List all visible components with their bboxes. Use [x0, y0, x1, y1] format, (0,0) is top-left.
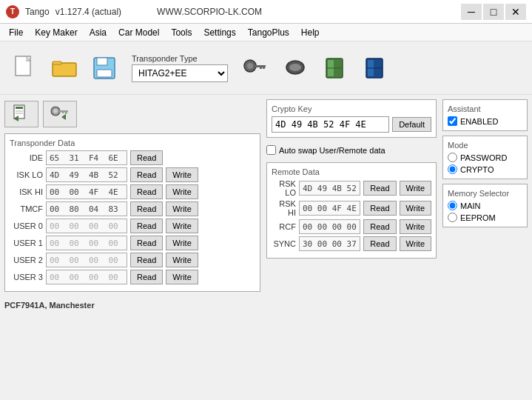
auto-swap-checkbox[interactable] [266, 145, 276, 155]
user0-read-button[interactable]: Read [130, 219, 163, 233]
rsklo-write-button[interactable]: Write [400, 181, 431, 196]
table-row: IDE 65 31 F4 6E Read [10, 150, 255, 165]
table-row: ISK LO 4D 49 4B 52 Read Write [10, 167, 255, 182]
mode-section: Mode PASSWORD CRYPTO [442, 136, 528, 179]
sync-read-button[interactable]: Read [363, 236, 396, 251]
tmcf-label: TMCF [10, 204, 43, 213]
memory-eeprom-radio[interactable] [448, 213, 457, 222]
svg-rect-20 [16, 107, 23, 109]
menu-tangoplus[interactable]: TangoPlus [242, 26, 295, 39]
tmcf-value: 00 80 04 83 [46, 201, 127, 216]
mode-password-radio[interactable] [448, 153, 457, 162]
menu-carmodel[interactable]: Car Model [112, 26, 165, 39]
transponder-type-select[interactable]: HITAG2+EE HITAG2 T5577 [132, 64, 228, 82]
rcf-write-button[interactable]: Write [400, 219, 431, 234]
left-panel: Transponder Data IDE 65 31 F4 6E Read IS… [4, 99, 260, 396]
menu-settings[interactable]: Settings [198, 26, 241, 39]
key1-button[interactable] [237, 50, 274, 87]
user1-write-button[interactable]: Write [166, 236, 198, 250]
new-file-button[interactable] [6, 50, 43, 87]
iskhi-read-button[interactable]: Read [130, 184, 163, 199]
sync-label: SYNC [272, 239, 296, 248]
ide-label: IDE [10, 153, 43, 162]
user3-label: USER 3 [10, 273, 43, 281]
rcf-read-button[interactable]: Read [363, 219, 396, 234]
table-row: USER 1 00 00 00 00 Read Write [10, 236, 255, 250]
isklo-read-button[interactable]: Read [130, 167, 163, 182]
maximize-button[interactable]: □ [483, 4, 504, 20]
isklo-label: ISK LO [10, 170, 43, 179]
menu-help[interactable]: Help [295, 26, 326, 39]
default-button[interactable]: Default [392, 117, 431, 132]
remote-data-section: Remote Data RSK LO 4D 49 4B 52 Read Writ… [266, 162, 437, 259]
user1-read-button[interactable]: Read [130, 236, 163, 250]
user1-label: USER 1 [10, 239, 43, 247]
transponder-data-section: Transponder Data IDE 65 31 F4 6E Read IS… [4, 133, 260, 292]
app-logo: T [6, 5, 19, 19]
table-row: RSK LO 4D 49 4B 52 Read Write [272, 179, 431, 197]
user2-read-button[interactable]: Read [130, 253, 163, 267]
mode-crypto-radio[interactable] [448, 164, 457, 174]
app-version: v1.127.4 (actual) [55, 7, 121, 17]
save-button[interactable] [86, 50, 123, 87]
menu-bar: File Key Maker Asia Car Model Tools Sett… [0, 24, 532, 41]
user1-value: 00 00 00 00 [46, 236, 127, 250]
rsklo-label: RSK LO [272, 179, 296, 197]
sync-write-button[interactable]: Write [400, 236, 431, 251]
svg-rect-5 [97, 70, 112, 77]
table-row: USER 0 00 00 00 00 Read Write [10, 219, 255, 233]
menu-file[interactable]: File [3, 26, 29, 39]
book1-button[interactable] [317, 50, 354, 87]
assistant-enabled-checkbox[interactable] [448, 116, 457, 126]
toolbar: Transponder Type HITAG2+EE HITAG2 T5577 [0, 41, 532, 95]
title-bar: T Tango v1.127.4 (actual) WWW.SCORPIO-LK… [0, 0, 532, 24]
key2-button[interactable] [277, 50, 314, 87]
ide-read-button[interactable]: Read [130, 150, 163, 165]
svg-point-7 [247, 63, 253, 69]
svg-rect-9 [263, 65, 265, 69]
menu-tools[interactable]: Tools [165, 26, 198, 39]
iskhi-write-button[interactable]: Write [166, 184, 198, 199]
rcf-value: 00 00 00 00 [299, 219, 360, 234]
user0-write-button[interactable]: Write [166, 219, 198, 233]
sync-value: 30 00 00 37 [299, 236, 360, 251]
memory-selector-title: Memory Selector [448, 189, 522, 198]
tmcf-write-button[interactable]: Write [166, 201, 198, 216]
user0-label: USER 0 [10, 221, 43, 230]
table-row: USER 3 00 00 00 00 Read Write [10, 270, 255, 284]
menu-keymaker[interactable]: Key Maker [29, 26, 83, 39]
user0-value: 00 00 00 00 [46, 219, 127, 233]
right-panel: Assistant ENABLED Mode PASSWORD CRYPTO [442, 99, 528, 396]
mode-password-row: PASSWORD [448, 153, 522, 162]
memory-main-radio[interactable] [448, 201, 457, 210]
open-file-button[interactable] [46, 50, 83, 87]
rsklo-read-button[interactable]: Read [363, 181, 396, 196]
user3-read-button[interactable]: Read [130, 270, 163, 284]
rskhi-read-button[interactable]: Read [363, 201, 396, 216]
tmcf-read-button[interactable]: Read [130, 201, 163, 216]
user2-write-button[interactable]: Write [166, 253, 198, 267]
memory-selector-radio-group: MAIN EEPROM [448, 201, 522, 222]
svg-rect-27 [62, 110, 64, 113]
svg-rect-2 [53, 61, 61, 64]
table-row: USER 2 00 00 00 00 Read Write [10, 253, 255, 267]
minimize-button[interactable]: ─ [461, 4, 482, 20]
rcf-label: RCF [272, 222, 296, 231]
paste-action-button[interactable] [4, 101, 38, 127]
key-action-button[interactable] [43, 101, 77, 127]
book2-button[interactable] [357, 50, 394, 87]
user3-write-button[interactable]: Write [166, 270, 198, 284]
isklo-value: 4D 49 4B 52 [46, 167, 127, 182]
menu-asia[interactable]: Asia [84, 26, 112, 39]
svg-point-24 [53, 109, 58, 113]
isklo-write-button[interactable]: Write [166, 167, 198, 182]
transponder-type-group: Transponder Type HITAG2+EE HITAG2 T5577 [132, 54, 228, 82]
app-name: Tango [25, 7, 50, 17]
memory-main-row: MAIN [448, 201, 522, 210]
close-button[interactable]: ✕ [505, 4, 526, 20]
rskhi-write-button[interactable]: Write [400, 201, 431, 216]
svg-rect-1 [53, 63, 76, 76]
iskhi-label: ISK HI [10, 187, 43, 196]
svg-rect-26 [65, 110, 67, 114]
status-bar: PCF7941A, Manchester [4, 299, 260, 311]
